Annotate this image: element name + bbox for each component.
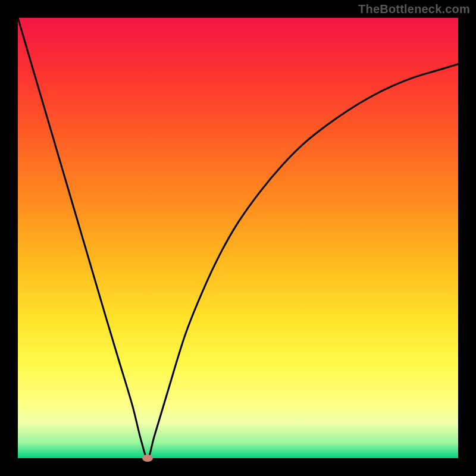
watermark-text: TheBottleneck.com <box>358 2 470 16</box>
curve-path <box>18 18 458 458</box>
curve-svg <box>18 18 458 458</box>
chart-frame: TheBottleneck.com <box>0 0 476 476</box>
plot-area <box>18 18 458 458</box>
minimum-marker <box>142 455 153 462</box>
